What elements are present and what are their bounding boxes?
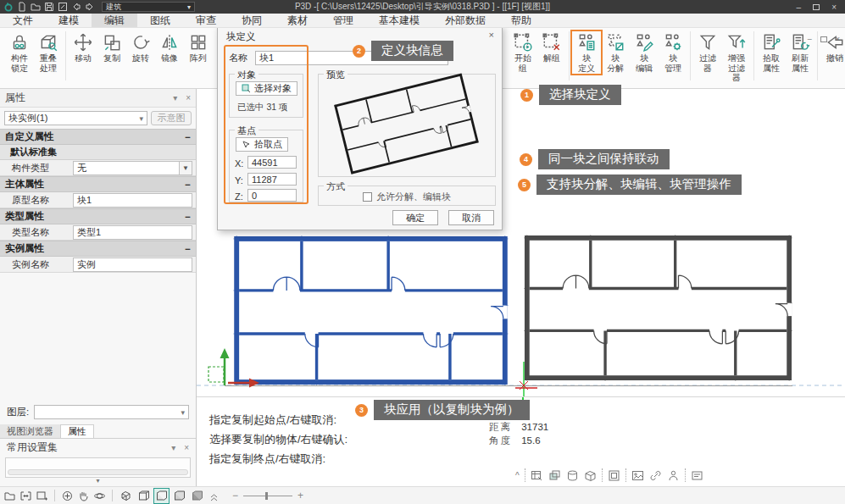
menu-item-review[interactable]: 审查 [183,14,229,27]
shaded-view-button[interactable] [154,489,169,503]
block-define-button[interactable]: 块 定义 [572,31,601,74]
pick-properties-button[interactable]: 拾取 属性 [757,31,786,74]
refresh-properties-button[interactable]: 刷新 属性 [786,31,814,74]
pan-hand-icon[interactable] [77,490,90,502]
collapse-chevrons-icon[interactable] [208,490,220,502]
menu-item-model[interactable]: 建模 [46,14,92,27]
workspace-selector[interactable]: 建筑 ▾ [102,2,195,12]
move-gizmo[interactable] [208,348,259,388]
undo-button[interactable]: 撤销 [820,31,845,64]
enhanced-filter-button[interactable]: 增强 过滤器 [722,31,751,84]
grid-table-icon[interactable] [531,469,543,482]
new-view-icon[interactable] [3,490,16,502]
open-file-icon[interactable] [31,2,41,12]
slider-minus-icon[interactable]: − [232,490,238,501]
block-manage-button[interactable]: 块 管理 [659,31,687,74]
new-file-icon[interactable] [17,2,27,12]
floorplan-block-selected[interactable] [233,235,509,385]
floorplan-block-copy[interactable] [524,235,792,381]
collapse-icon[interactable]: − [185,212,191,222]
export-icon[interactable] [58,2,68,12]
selection-combobox[interactable]: 块实例(1) ▾ [4,111,147,125]
horizontal-scrollbar[interactable] [8,469,188,475]
filter-button[interactable]: 过滤器 [693,31,722,74]
menu-item-collaborate[interactable]: 协同 [229,14,275,27]
ungroup-button[interactable]: 解组 [537,31,566,64]
splitter-caret-icon[interactable]: ▾ [96,477,99,485]
section-host-properties[interactable]: 主体属性 − [0,176,196,192]
add-view-icon[interactable] [36,490,48,502]
redo-arrow-icon[interactable] [85,2,95,12]
restore-button[interactable] [813,4,820,10]
ok-button[interactable]: 确定 [392,210,438,225]
mirror-button[interactable]: 镜像 [155,31,184,64]
menu-item-materials[interactable]: 素材 [275,14,320,27]
allow-explode-checkbox[interactable] [363,192,372,202]
zoom-extents-icon[interactable] [61,490,74,502]
hidden-line-view-button[interactable] [136,489,151,503]
callout-1-select-block-define: 1 选择块定义 [520,85,621,105]
panel-caret-down-icon[interactable]: ▾ [171,443,175,452]
collapse-icon[interactable]: − [185,180,191,190]
slider-plus-icon[interactable]: + [297,490,303,501]
menu-item-manage[interactable]: 管理 [320,14,366,27]
menu-item-sheets[interactable]: 图纸 [137,14,183,27]
dialog-close-icon[interactable]: × [489,30,494,40]
menu-item-file[interactable]: 文件 [0,14,46,27]
link-icon[interactable] [649,469,662,482]
array-button[interactable]: 阵列 [184,31,213,64]
angle-value: 15.6 [521,435,540,446]
layer-combobox[interactable]: ▾ [34,405,189,419]
layers-icon[interactable] [548,469,561,482]
start-group-button[interactable]: 开始组 [509,31,537,74]
image-icon[interactable] [631,469,644,482]
tab-view-browser[interactable]: 视图浏览器 [0,424,61,438]
move-button[interactable]: 移动 [69,31,97,64]
callout-4-linked-blocks: 4 同一块之间保持联动 [520,149,670,169]
wireframe-view-button[interactable] [119,489,133,503]
copy-button[interactable]: 复制 [97,31,126,64]
section-type-properties[interactable]: 类型属性 − [0,208,196,224]
settings-set-list[interactable]: ▾ [5,457,191,478]
fit-window-icon[interactable] [19,490,32,502]
panel-close-icon[interactable]: × [186,93,191,102]
menu-item-basic-modeling[interactable]: 基本建模 [366,14,432,27]
prototype-name-value[interactable]: 块1 [73,193,192,208]
type-name-value[interactable]: 类型1 [73,225,192,240]
realistic-view-button[interactable] [190,489,204,503]
undo-arrow-icon[interactable] [71,2,81,12]
menu-item-external-data[interactable]: 外部数据 [432,14,498,27]
save-icon[interactable] [44,2,54,12]
caret-down-icon[interactable]: ▼ [180,161,192,175]
note-icon[interactable] [691,469,703,482]
expand-up-icon[interactable]: ^ [515,471,520,480]
rotate-button[interactable]: 旋转 [126,31,155,64]
slider-handle[interactable] [265,492,268,500]
section-custom-properties[interactable]: 自定义属性 − [0,129,196,145]
shaded-edges-view-button[interactable] [172,489,186,503]
panel-close-icon[interactable]: × [184,443,189,452]
component-type-value[interactable]: 无 [73,161,180,175]
panel-caret-down-icon[interactable]: ▾ [173,93,177,102]
close-button[interactable]: × [831,3,837,12]
overlap-handling-button[interactable]: 重叠 处理 [34,31,63,74]
cylinder-icon[interactable] [566,469,579,482]
menu-item-edit[interactable]: 编辑 [92,14,137,27]
section-instance-properties[interactable]: 实例属性 − [0,241,196,257]
menu-item-help[interactable]: 帮助 [498,14,544,27]
tab-properties[interactable]: 属性 [61,424,94,438]
frame-icon[interactable] [608,469,620,482]
orbit-icon[interactable] [93,490,106,502]
cancel-button[interactable]: 取消 [448,210,494,225]
person-icon[interactable] [667,469,680,482]
collapse-icon[interactable]: − [185,132,191,142]
lock-component-button[interactable]: 构件 锁定 [5,31,34,74]
instance-name-value[interactable]: 实例 [73,258,192,272]
diagram-button[interactable]: 示意图 [151,111,192,125]
open-box-icon[interactable] [584,469,597,482]
minimize-button[interactable]: – [797,3,802,12]
collapse-icon[interactable]: − [185,244,191,254]
block-edit-button[interactable]: 块 编辑 [630,31,659,74]
block-explode-button[interactable]: 块 分解 [601,31,630,74]
zoom-slider[interactable]: − + [232,490,303,501]
